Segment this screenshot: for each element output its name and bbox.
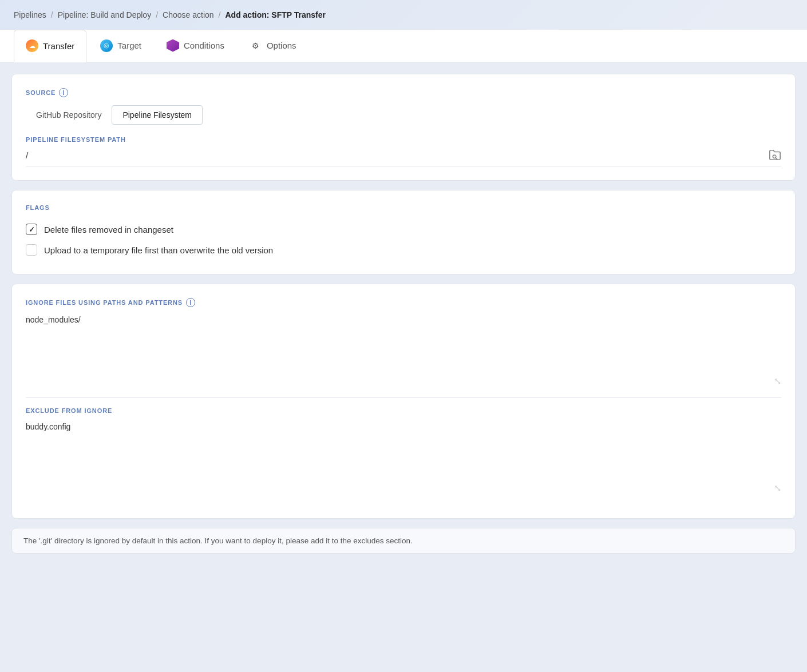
breadcrumb-sep-2: /: [156, 10, 158, 19]
flags-section-label: FLAGS: [26, 204, 781, 211]
breadcrumb: Pipelines / Pipeline: Build and Deploy /…: [0, 0, 807, 30]
breadcrumb-pipelines[interactable]: Pipelines: [14, 10, 46, 19]
ignore-textarea[interactable]: node_modules/: [26, 315, 781, 372]
path-label: PIPELINE FILESYSTEM PATH: [26, 136, 781, 143]
path-input-row: [26, 149, 781, 166]
tab-target-label: Target: [117, 41, 141, 50]
breadcrumb-current: Add action: SFTP Transfer: [225, 10, 326, 19]
exclude-resize-handle[interactable]: ⤡: [26, 484, 781, 493]
source-pipeline-fs[interactable]: Pipeline Filesystem: [112, 105, 203, 125]
breadcrumb-choose-action[interactable]: Choose action: [163, 10, 214, 19]
source-card: SOURCE i GitHub Repository Pipeline File…: [11, 74, 796, 181]
ignore-card: IGNORE FILES USING PATHS AND PATTERNS i …: [11, 284, 796, 519]
folder-browse-icon[interactable]: [769, 149, 781, 161]
tab-conditions[interactable]: Conditions: [155, 30, 236, 62]
tabs-bar: ☁ Transfer ◎ Target Conditions ⚙ Options: [0, 30, 807, 62]
conditions-icon: [167, 39, 179, 52]
transfer-icon: ☁: [26, 39, 38, 52]
tab-conditions-label: Conditions: [184, 41, 224, 50]
checkbox-temp-upload-label: Upload to a temporary file first than ov…: [44, 245, 273, 255]
ignore-section-label: IGNORE FILES USING PATHS AND PATTERNS i: [26, 298, 781, 307]
breadcrumb-sep-1: /: [51, 10, 53, 19]
options-icon: ⚙: [250, 39, 262, 52]
path-input[interactable]: [26, 150, 769, 160]
checkbox-delete-files-label: Delete files removed in changeset: [44, 225, 173, 234]
target-icon: ◎: [100, 39, 113, 52]
tab-transfer[interactable]: ☁ Transfer: [14, 30, 86, 62]
ignore-info-icon[interactable]: i: [186, 298, 195, 307]
breadcrumb-sep-3: /: [219, 10, 221, 19]
checkbox-delete-files-box[interactable]: ✓: [26, 224, 37, 235]
tab-transfer-label: Transfer: [43, 41, 74, 51]
ignore-divider: [26, 397, 781, 398]
ignore-resize-handle[interactable]: ⤡: [26, 377, 781, 386]
checkbox-temp-upload-box[interactable]: [26, 244, 37, 256]
exclude-textarea-section: buddy.config ⤡: [26, 422, 781, 493]
source-section-label: SOURCE i: [26, 88, 781, 97]
flags-card: FLAGS ✓ Delete files removed in changese…: [11, 190, 796, 275]
source-info-icon[interactable]: i: [59, 88, 68, 97]
exclude-textarea[interactable]: buddy.config: [26, 422, 781, 479]
tab-options[interactable]: ⚙ Options: [238, 30, 308, 62]
breadcrumb-pipeline-name[interactable]: Pipeline: Build and Deploy: [58, 10, 151, 19]
ignore-textarea-section: node_modules/ ⤡: [26, 315, 781, 386]
tab-options-label: Options: [267, 41, 296, 50]
checkbox-delete-files: ✓ Delete files removed in changeset: [26, 219, 781, 240]
source-toggle: GitHub Repository Pipeline Filesystem: [26, 105, 781, 125]
source-github[interactable]: GitHub Repository: [26, 106, 112, 124]
checkmark-delete: ✓: [29, 225, 35, 234]
main-content: SOURCE i GitHub Repository Pipeline File…: [0, 62, 807, 565]
checkbox-temp-upload: Upload to a temporary file first than ov…: [26, 240, 781, 260]
footer-note-text: The '.git' directory is ignored by defau…: [23, 536, 413, 545]
exclude-section-label: EXCLUDE FROM IGNORE: [26, 407, 781, 414]
tab-target[interactable]: ◎ Target: [89, 30, 153, 62]
info-footer: The '.git' directory is ignored by defau…: [11, 528, 796, 554]
